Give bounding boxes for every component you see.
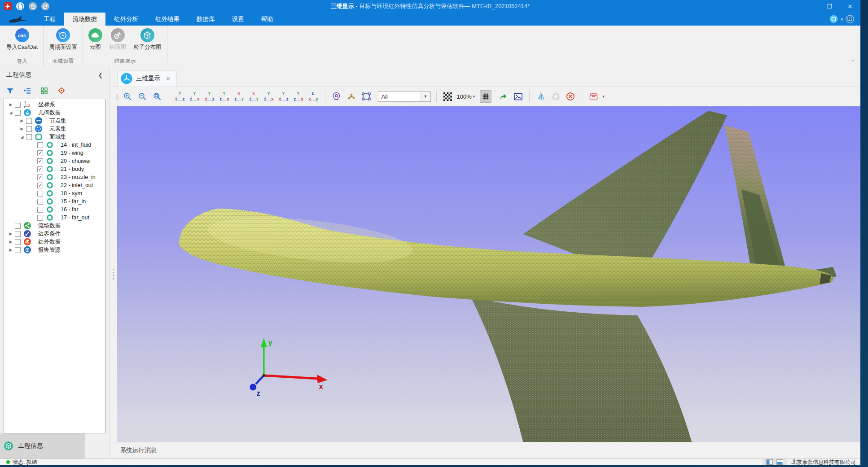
panel-splitter[interactable] bbox=[110, 106, 117, 442]
export-arrow-icon[interactable] bbox=[497, 90, 509, 103]
tree-expander-icon[interactable]: ▶ bbox=[18, 127, 26, 131]
tree-row[interactable]: 流场数据 bbox=[4, 222, 105, 230]
view-iso-alt-icon[interactable]: Yxz bbox=[278, 91, 290, 102]
tree-row[interactable]: 17 - far_out bbox=[4, 214, 105, 222]
zoom-out-icon[interactable] bbox=[137, 90, 149, 103]
tree-checkbox[interactable] bbox=[15, 110, 21, 116]
undo-icon[interactable] bbox=[29, 2, 37, 10]
project-tree[interactable]: ▶Yzx坐标系◢几何数据▶节点集▶元素集◢面域集14 - int_fluid✓1… bbox=[4, 99, 106, 433]
tree-row[interactable]: 18 - sym bbox=[4, 189, 105, 197]
tree-checkbox[interactable] bbox=[15, 102, 21, 108]
tree-checkbox[interactable]: ✓ bbox=[37, 175, 43, 180]
zoom-level-dropdown[interactable]: 100% ▾ bbox=[457, 93, 475, 100]
dock-tab-project-info[interactable]: 工程信息 bbox=[0, 433, 85, 458]
tree-checkbox[interactable]: ✓ bbox=[37, 150, 43, 156]
tree-expander-icon[interactable]: ▶ bbox=[18, 118, 26, 123]
save-box-icon[interactable] bbox=[587, 90, 599, 103]
tree-checkbox[interactable] bbox=[37, 142, 43, 148]
collapse-ribbon-icon[interactable]: ⌃ bbox=[851, 59, 860, 67]
tab-3d-view[interactable]: 三维显示 ✕ bbox=[118, 70, 176, 87]
view-back-icon[interactable]: Yzx bbox=[189, 91, 201, 102]
rotate-view-ccw-icon[interactable]: Yzx bbox=[293, 91, 305, 102]
tree-row[interactable]: 16 - far bbox=[4, 205, 105, 214]
view-right-icon[interactable]: Yzx bbox=[219, 91, 231, 102]
chevron-down-icon[interactable]: ▾ bbox=[602, 94, 605, 99]
menu-item-database[interactable]: 数据库 bbox=[188, 13, 224, 26]
redo-icon[interactable] bbox=[41, 2, 49, 10]
tree-row[interactable]: ◢面域集 bbox=[4, 133, 105, 141]
maximize-button[interactable]: ❐ bbox=[819, 0, 840, 13]
view-front-icon[interactable]: Yxz bbox=[175, 91, 186, 102]
chevron-down-icon[interactable]: ▼ bbox=[421, 92, 430, 101]
ribbon-button-particle-distribution[interactable]: 粒子分布图 bbox=[131, 28, 164, 51]
tree-row[interactable]: 15 - far_in bbox=[4, 197, 105, 205]
layout-bottom-icon[interactable] bbox=[776, 459, 783, 465]
locate-icon[interactable] bbox=[57, 87, 65, 95]
tree-checkbox[interactable] bbox=[37, 215, 43, 221]
tree-expander-icon[interactable]: ▶ bbox=[7, 102, 15, 107]
tree-checkbox[interactable]: ✓ bbox=[37, 183, 43, 188]
menu-item-infrared-results[interactable]: 红外结果 bbox=[147, 13, 188, 26]
tree-checkbox[interactable]: ✓ bbox=[37, 166, 43, 172]
tree-checkbox[interactable] bbox=[26, 134, 32, 140]
tree-checkbox[interactable] bbox=[37, 199, 43, 205]
menu-item-project[interactable]: 工程 bbox=[35, 13, 64, 26]
close-button[interactable]: ✕ bbox=[840, 0, 860, 13]
tree-row[interactable]: ✓21 - body bbox=[4, 165, 105, 173]
tree-expander-icon[interactable]: ◢ bbox=[7, 110, 15, 115]
tree-row[interactable]: ▶元素集 bbox=[4, 125, 105, 133]
camera-icon[interactable] bbox=[331, 90, 342, 103]
minimize-button[interactable]: — bbox=[798, 0, 819, 13]
menu-item-settings[interactable]: 设置 bbox=[224, 13, 253, 26]
tree-checkbox[interactable] bbox=[26, 118, 32, 124]
run-status-icon[interactable] bbox=[829, 15, 838, 23]
tree-row[interactable]: ▶节点集 bbox=[4, 117, 105, 125]
ribbon-button-import-cas-dat[interactable]: cas导入Cas/Dat bbox=[4, 28, 40, 51]
tree-expander-icon[interactable]: ◢ bbox=[18, 135, 26, 139]
tree-expander-icon[interactable]: ▶ bbox=[7, 248, 15, 252]
mesh-grid-toggle-icon[interactable] bbox=[480, 90, 491, 103]
snapshot-image-icon[interactable] bbox=[512, 90, 524, 103]
tree-expander-icon[interactable]: ▶ bbox=[7, 231, 15, 236]
collapse-panel-icon[interactable]: ❮ bbox=[96, 72, 105, 79]
ribbon-button-contour-plot[interactable]: 云图 bbox=[86, 28, 105, 51]
viewport-3d[interactable]: y x z bbox=[117, 106, 860, 442]
smooth-surface-icon[interactable] bbox=[550, 90, 561, 103]
tree-row[interactable]: ▶红外数据 bbox=[4, 238, 105, 246]
tree-row[interactable]: 14 - int_fluid bbox=[4, 141, 105, 149]
layout-left-icon[interactable] bbox=[766, 459, 773, 465]
tree-checkbox[interactable] bbox=[15, 247, 21, 253]
checkerboard-opacity-icon[interactable] bbox=[442, 90, 454, 103]
select-region-icon[interactable] bbox=[360, 90, 372, 103]
tree-row[interactable]: ▶Yzx坐标系 bbox=[4, 100, 105, 109]
view-top-icon[interactable]: xzY bbox=[234, 91, 245, 102]
mirror-icon[interactable] bbox=[535, 90, 547, 103]
new-document-icon[interactable] bbox=[16, 2, 24, 10]
toolbar-drag-handle[interactable]: ∥ bbox=[116, 93, 118, 100]
tree-checkbox[interactable] bbox=[15, 239, 21, 245]
tab-close-icon[interactable]: ✕ bbox=[164, 75, 171, 82]
tree-checkbox[interactable] bbox=[26, 126, 32, 132]
tree-row[interactable]: ▶报告资源 bbox=[4, 246, 105, 254]
tree-row[interactable]: ✓20 - chuiwei bbox=[4, 157, 105, 165]
region-filter-select[interactable]: All ▼ bbox=[378, 91, 431, 102]
view-bottom-icon[interactable]: xzY bbox=[249, 91, 260, 102]
view-iso-icon[interactable]: Yzx bbox=[263, 91, 275, 102]
tree-expander-icon[interactable]: ▶ bbox=[7, 240, 15, 244]
tree-checkbox[interactable] bbox=[37, 191, 43, 196]
chevron-down-icon[interactable]: ▾ bbox=[841, 17, 843, 22]
menu-item-infrared-analysis[interactable]: 红外分析 bbox=[105, 13, 147, 26]
tree-row[interactable]: ◢几何数据 bbox=[4, 109, 105, 117]
tree-checkbox[interactable] bbox=[15, 231, 21, 237]
grid-view-icon[interactable] bbox=[40, 87, 48, 95]
tree-checkbox[interactable]: ✓ bbox=[37, 158, 43, 164]
tree-row[interactable]: ✓19 - wing bbox=[4, 149, 105, 157]
tree-checkbox[interactable] bbox=[37, 207, 43, 213]
ribbon-button-periodic-surface-settings[interactable]: 周期面设置 bbox=[46, 28, 80, 51]
particles-icon[interactable] bbox=[346, 90, 357, 103]
tree-row[interactable]: ▶边界条件 bbox=[4, 230, 105, 238]
tree-checkbox[interactable] bbox=[15, 223, 21, 229]
view-left-icon[interactable]: Yxz bbox=[204, 91, 216, 102]
tree-row[interactable]: ✓23 - nozzle_in bbox=[4, 173, 105, 181]
zoom-in-icon[interactable] bbox=[122, 90, 134, 103]
